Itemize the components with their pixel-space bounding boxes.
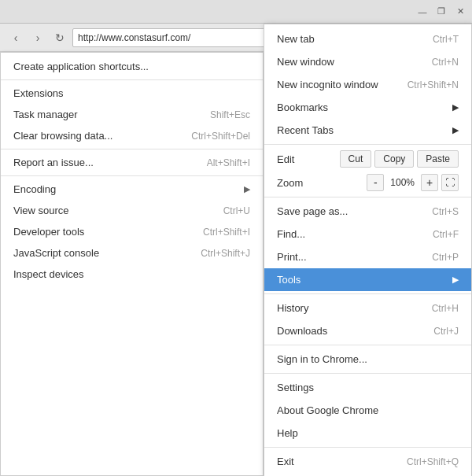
zoom-value: 100% <box>387 177 418 188</box>
tools-submenu: Create application shortcuts... Extensio… <box>0 52 264 476</box>
submenu-divider-1 <box>1 79 263 80</box>
menu-signin[interactable]: Sign in to Chrome... <box>264 348 471 371</box>
cut-button[interactable]: Cut <box>340 150 372 168</box>
submenu-encoding[interactable]: Encoding ▶ <box>1 179 263 200</box>
submenu-extensions[interactable]: Extensions <box>1 83 263 104</box>
zoom-in-button[interactable]: + <box>421 174 438 191</box>
forward-button[interactable]: › <box>28 28 47 47</box>
menu-bookmarks[interactable]: Bookmarks ▶ <box>264 96 471 119</box>
minimize-button[interactable]: — <box>414 4 431 20</box>
zoom-label: Zoom <box>277 177 363 189</box>
reload-button[interactable]: ↻ <box>50 28 69 47</box>
menu-divider-6 <box>264 447 471 448</box>
menu-help[interactable]: Help <box>264 422 471 445</box>
submenu-divider-3 <box>1 175 263 176</box>
menu-new-window[interactable]: New window Ctrl+N <box>264 50 471 73</box>
submenu-javascript-console[interactable]: JavaScript console Ctrl+Shift+J <box>1 242 263 264</box>
submenu-developer-tools[interactable]: Developer tools Ctrl+Shift+I <box>1 221 263 242</box>
zoom-out-button[interactable]: - <box>367 174 384 191</box>
menu-divider-2 <box>264 197 471 197</box>
browser-window: — ❐ ✕ ‹ › ↻ http://www.constasurf.com/ ☆… <box>0 0 472 476</box>
menu-divider-4 <box>264 345 471 345</box>
submenu-create-shortcuts[interactable]: Create application shortcuts... <box>1 56 263 77</box>
menu-new-incognito[interactable]: New incognito window Ctrl+Shift+N <box>264 73 471 96</box>
menu-history[interactable]: History Ctrl+H <box>264 297 471 319</box>
main-menu: New tab Ctrl+T New window Ctrl+N New inc… <box>264 24 472 476</box>
menu-find[interactable]: Find... Ctrl+F <box>264 223 471 245</box>
submenu-inspect-devices[interactable]: Inspect devices <box>1 264 263 285</box>
zoom-fullscreen-button[interactable]: ⛶ <box>441 174 459 191</box>
menu-about[interactable]: About Google Chrome <box>264 399 471 422</box>
menu-save-page[interactable]: Save page as... Ctrl+S <box>264 200 471 223</box>
menu-divider-1 <box>264 144 471 145</box>
menu-settings[interactable]: Settings <box>264 376 471 399</box>
submenu-view-source[interactable]: View source Ctrl+U <box>1 200 263 221</box>
menu-divider-5 <box>264 373 471 374</box>
menu-exit[interactable]: Exit Ctrl+Shift+Q <box>264 450 471 473</box>
edit-label: Edit <box>277 153 337 165</box>
menu-divider-3 <box>264 293 471 294</box>
zoom-row: Zoom - 100% + ⛶ <box>264 171 471 194</box>
edit-row: Edit Cut Copy Paste <box>264 147 471 171</box>
menu-downloads[interactable]: Downloads Ctrl+J <box>264 319 471 342</box>
submenu-report-issue[interactable]: Report an issue... Alt+Shift+I <box>1 152 263 173</box>
paste-button[interactable]: Paste <box>417 150 459 168</box>
titlebar: — ❐ ✕ <box>0 0 472 24</box>
copy-button[interactable]: Copy <box>374 150 414 168</box>
submenu-clear-browsing[interactable]: Clear browsing data... Ctrl+Shift+Del <box>1 125 263 146</box>
menu-new-tab[interactable]: New tab Ctrl+T <box>264 28 471 50</box>
submenu-divider-2 <box>1 149 263 149</box>
restore-button[interactable]: ❐ <box>433 4 450 20</box>
back-button[interactable]: ‹ <box>6 28 25 47</box>
menu-tools[interactable]: Tools ▶ <box>264 268 471 291</box>
close-button[interactable]: ✕ <box>452 4 469 20</box>
menu-recent-tabs[interactable]: Recent Tabs ▶ <box>264 119 471 142</box>
submenu-task-manager[interactable]: Task manager Shift+Esc <box>1 104 263 125</box>
menu-print[interactable]: Print... Ctrl+P <box>264 245 471 268</box>
